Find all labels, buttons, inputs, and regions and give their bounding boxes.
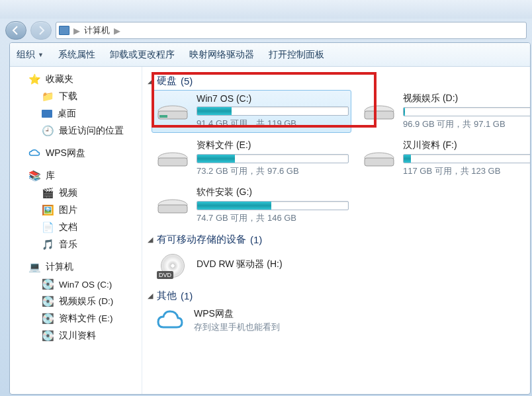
drive-stats: 74.7 GB 可用，共 146 GB xyxy=(197,212,367,224)
sidebar-desktop[interactable]: 桌面 xyxy=(10,105,142,122)
sidebar-libraries[interactable]: 📚库 xyxy=(10,167,142,184)
svg-rect-10 xyxy=(158,205,187,213)
drive-e[interactable]: 资料文件 (E:) 73.2 GB 可用，共 97.6 GB xyxy=(152,137,351,180)
hdd-icon xyxy=(361,97,398,126)
drive-f[interactable]: 汉川资料 (F:) 117 GB 可用，共 123 GB xyxy=(358,137,530,180)
drive-name: DVD RW 驱动器 (H:) xyxy=(197,258,367,270)
item-subtitle: 存到这里手机也能看到 xyxy=(194,321,280,333)
folder-icon: 📁 xyxy=(42,91,54,102)
video-icon: 🎬 xyxy=(42,187,54,199)
hdd-icon xyxy=(154,191,191,220)
svg-rect-6 xyxy=(158,158,187,166)
drive-stats: 117 GB 可用，共 123 GB xyxy=(403,165,530,177)
desktop-icon xyxy=(42,110,52,118)
sidebar-videos[interactable]: 🎬视频 xyxy=(10,184,142,202)
drive-name: 视频娱乐 (D:) xyxy=(403,93,530,104)
sidebar-drive-e[interactable]: 💽资料文件 (E:) xyxy=(10,310,142,327)
address-bar[interactable]: ▶ 计算机 ▶ xyxy=(56,22,527,39)
computer-icon: 💻 xyxy=(28,261,40,273)
sidebar-recent[interactable]: 🕘最近访问的位置 xyxy=(10,122,142,139)
drive-usage-bar xyxy=(197,106,349,116)
toolbar-properties[interactable]: 系统属性 xyxy=(58,49,95,61)
sidebar-music[interactable]: 🎵音乐 xyxy=(10,236,142,253)
collapse-icon: ◢ xyxy=(148,292,153,300)
sidebar-favorites[interactable]: ⭐收藏夹 xyxy=(10,71,142,88)
section-removable[interactable]: ◢ 有可移动存储的设备 (1) xyxy=(148,231,527,249)
svg-rect-8 xyxy=(365,158,394,166)
sidebar-computer[interactable]: 💻计算机 xyxy=(10,258,142,276)
dvd-icon: DVD xyxy=(154,251,191,280)
dvd-drive[interactable]: DVD DVD RW 驱动器 (H:) xyxy=(152,249,370,283)
drive-icon: 💽 xyxy=(42,330,54,342)
breadcrumb-separator: ▶ xyxy=(114,26,120,36)
drive-name: 汉川资料 (F:) xyxy=(403,139,530,151)
navigation-pane: ⭐收藏夹 📁下载 桌面 🕘最近访问的位置 WPS网盘 📚库 🎬视频 🖼️图片 📄… xyxy=(10,67,142,394)
collapse-icon: ◢ xyxy=(148,77,153,85)
sidebar-drive-f[interactable]: 💽汉川资料 xyxy=(10,327,142,344)
drive-stats: 73.2 GB 可用，共 97.6 GB xyxy=(197,165,349,177)
toolbar-uninstall[interactable]: 卸载或更改程序 xyxy=(110,49,175,61)
toolbar-organize[interactable]: 组织▼ xyxy=(17,49,44,61)
cloud-icon xyxy=(28,147,40,159)
navigation-bar: ▶ 计算机 ▶ xyxy=(0,19,532,42)
toolbar-network-drive[interactable]: 映射网络驱动器 xyxy=(189,49,254,61)
sidebar-drive-c[interactable]: 💽Win7 OS (C:) xyxy=(10,276,142,293)
hdd-icon xyxy=(154,97,191,126)
drive-stats: 96.9 GB 可用，共 97.1 GB xyxy=(403,118,530,130)
chevron-down-icon: ▼ xyxy=(38,52,44,58)
star-icon: ⭐ xyxy=(28,73,40,85)
svg-rect-4 xyxy=(365,111,394,119)
music-icon: 🎵 xyxy=(42,239,54,251)
drive-stats: 91.4 GB 可用，共 119 GB xyxy=(197,118,349,130)
collapse-icon: ◢ xyxy=(148,235,153,244)
drive-usage-bar xyxy=(197,201,349,210)
drive-icon: 💽 xyxy=(42,313,54,325)
drive-name: 软件安装 (G:) xyxy=(197,186,367,198)
recent-icon: 🕘 xyxy=(42,125,54,137)
sidebar-drive-d[interactable]: 💽视频娱乐 (D:) xyxy=(10,293,142,310)
drive-d[interactable]: 视频娱乐 (D:) 96.9 GB 可用，共 97.1 GB xyxy=(358,90,530,133)
drive-c[interactable]: Win7 OS (C:) 91.4 GB 可用，共 119 GB xyxy=(152,90,351,133)
breadcrumb-separator: ▶ xyxy=(73,26,80,36)
back-button[interactable] xyxy=(5,21,26,40)
sidebar-documents[interactable]: 📄文档 xyxy=(10,219,142,236)
document-icon: 📄 xyxy=(42,221,54,233)
sidebar-pictures[interactable]: 🖼️图片 xyxy=(10,202,142,219)
section-other[interactable]: ◢ 其他 (1) xyxy=(148,287,527,305)
drive-usage-bar xyxy=(403,154,530,163)
cloud-icon xyxy=(154,307,186,334)
wps-cloud-item[interactable]: WPS网盘 存到这里手机也能看到 xyxy=(148,305,527,337)
svg-rect-2 xyxy=(159,115,167,118)
computer-icon xyxy=(59,26,69,35)
item-title: WPS网盘 xyxy=(194,308,280,320)
sidebar-downloads[interactable]: 📁下载 xyxy=(10,88,142,105)
drive-g[interactable]: 软件安装 (G:) 74.7 GB 可用，共 146 GB xyxy=(152,184,370,227)
toolbar-control-panel[interactable]: 打开控制面板 xyxy=(269,49,324,61)
drive-name: Win7 OS (C:) xyxy=(197,93,349,104)
picture-icon: 🖼️ xyxy=(42,204,54,216)
toolbar: 组织▼ 系统属性 卸载或更改程序 映射网络驱动器 打开控制面板 xyxy=(10,43,530,67)
hdd-icon xyxy=(361,144,398,173)
content-pane: ◢ 硬盘 (5) Win7 OS (C:) 91.4 GB 可用，共 119 G… xyxy=(142,67,530,394)
drive-usage-bar xyxy=(197,154,349,163)
drive-name: 资料文件 (E:) xyxy=(197,139,349,151)
breadcrumb-location[interactable]: 计算机 xyxy=(84,24,110,36)
drive-usage-bar xyxy=(403,107,530,116)
hdd-icon xyxy=(154,144,191,173)
library-icon: 📚 xyxy=(28,170,40,182)
sidebar-wps[interactable]: WPS网盘 xyxy=(10,145,142,162)
section-hard-disks[interactable]: ◢ 硬盘 (5) xyxy=(148,72,527,90)
forward-button[interactable] xyxy=(30,21,52,40)
drive-icon: 💽 xyxy=(42,296,54,307)
drive-icon: 💽 xyxy=(42,278,54,290)
